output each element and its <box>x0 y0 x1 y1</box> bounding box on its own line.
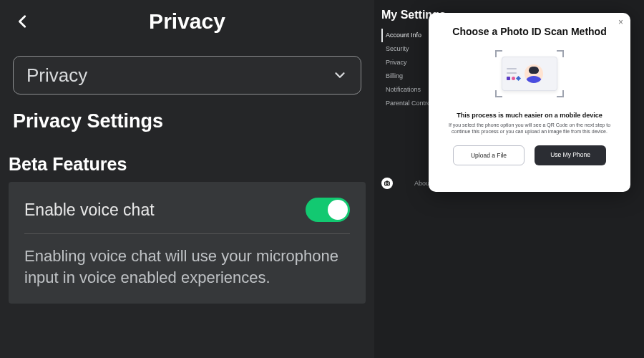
frame-corner-icon <box>557 90 564 97</box>
modal-button-row: Upload a File Use My Phone <box>440 145 619 165</box>
button-label: Upload a File <box>471 152 507 159</box>
app-root: Privacy Privacy Privacy Settings Beta Fe… <box>0 0 644 358</box>
id-scan-illustration <box>495 50 564 97</box>
frame-corner-icon <box>557 50 564 57</box>
modal-description: If you select the phone option you will … <box>440 122 619 135</box>
sidebar-item-label: Notifications <box>386 86 421 93</box>
use-my-phone-button[interactable]: Use My Phone <box>535 145 606 165</box>
voice-chat-card: Enable voice chat Enabling voice chat wi… <box>9 182 366 304</box>
privacy-section-dropdown[interactable]: Privacy <box>13 56 361 95</box>
voice-chat-label: Enable voice chat <box>24 200 155 220</box>
privacy-panel: Privacy Privacy Privacy Settings Beta Fe… <box>0 0 374 358</box>
id-card-graphic <box>502 57 557 91</box>
subsection-beta-features: Beta Features <box>9 154 374 175</box>
sidebar-item-label: Security <box>386 45 409 52</box>
button-label: Use My Phone <box>550 151 590 158</box>
chevron-left-icon <box>15 14 31 29</box>
close-icon: × <box>618 17 623 27</box>
voice-chat-toggle[interactable] <box>306 198 350 222</box>
voice-chat-row: Enable voice chat <box>24 193 350 234</box>
camera-shortcut-icon[interactable] <box>381 178 393 189</box>
photo-id-modal: × Choose a Photo ID Scan Method <box>429 13 630 192</box>
privacy-header: Privacy <box>0 0 374 43</box>
chevron-down-icon <box>332 67 348 83</box>
id-card-left <box>507 68 520 80</box>
diamond-icon <box>516 75 521 80</box>
id-shapes <box>507 77 520 80</box>
sidebar-item-label: Privacy <box>386 59 407 66</box>
page-title: Privacy <box>149 9 225 34</box>
back-button[interactable] <box>10 9 36 34</box>
upload-file-button[interactable]: Upload a File <box>453 145 525 165</box>
sidebar-item-label: Account Info <box>386 32 421 39</box>
dropdown-selected-label: Privacy <box>26 64 87 87</box>
id-text-line-icon <box>507 68 517 69</box>
section-title-privacy-settings: Privacy Settings <box>13 110 374 132</box>
square-icon <box>507 77 510 80</box>
id-text-line-icon <box>507 72 517 74</box>
settings-panel: My Settings Account Info Security Privac… <box>374 0 644 358</box>
modal-close-button[interactable]: × <box>618 17 623 27</box>
svg-point-1 <box>386 183 389 184</box>
frame-corner-icon <box>495 50 502 57</box>
modal-subtitle: This process is much easier on a mobile … <box>457 112 602 119</box>
modal-title: Choose a Photo ID Scan Method <box>452 26 606 37</box>
voice-chat-description: Enabling voice chat will use your microp… <box>24 246 350 288</box>
toggle-knob <box>328 200 348 220</box>
circle-icon <box>512 77 515 80</box>
avatar-icon <box>525 64 543 83</box>
frame-corner-icon <box>495 90 502 97</box>
sidebar-item-label: Billing <box>386 72 403 79</box>
